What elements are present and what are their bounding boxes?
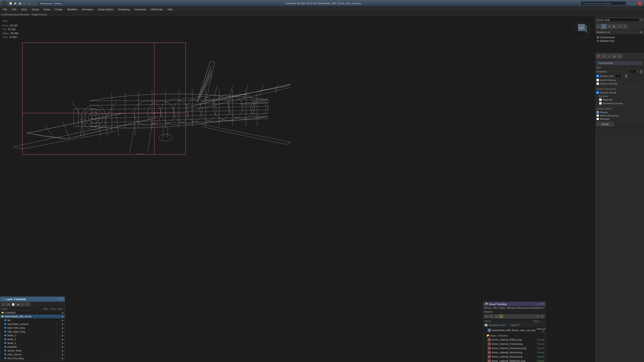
asset-menu-bitmap-performance-and-memory[interactable]: Bitmap Performance and Memory — [507, 306, 544, 309]
asset-options-label[interactable]: Options — [484, 310, 492, 313]
asset-tool-1[interactable]: ⊕ — [484, 314, 488, 318]
modifier-turbosmooth[interactable]: TurboSmooth — [596, 36, 643, 39]
layer-item[interactable]: 🔷 left_front_wing ··· ··· ··· ▶ — [0, 356, 64, 360]
iterations-up[interactable]: ▲ — [640, 70, 643, 72]
asset-menu-file[interactable]: File — [493, 306, 497, 309]
asset-minimize-button[interactable]: — — [536, 302, 538, 306]
configure-modifier-sets-button[interactable]: ⚙ — [618, 54, 622, 58]
render-setup-button[interactable]: 🎥 — [32, 1, 36, 5]
isoline-checkbox[interactable] — [596, 79, 599, 82]
menu-item-maxscript[interactable]: MAXScript — [149, 8, 165, 11]
undo-button[interactable]: ↩ — [22, 1, 26, 5]
asset-file-item[interactable]: 3D Switchblade_600_Drone_max_vray.max Ne… — [483, 327, 546, 334]
save-button[interactable]: 💾 — [18, 1, 22, 5]
iterations-down[interactable]: ▼ — [640, 72, 643, 73]
navigation-cube[interactable]: TOP — [572, 22, 590, 39]
pin-stack-button[interactable]: 📌 — [596, 54, 601, 58]
show-end-result-button[interactable]: 👁 — [601, 54, 606, 58]
asset-tool-4[interactable]: ⊟ — [499, 314, 503, 318]
new-button[interactable]: 📄 — [8, 1, 12, 5]
layer-item[interactable]: 🔷 blade_1 ··· ··· ··· ▶ — [0, 341, 64, 345]
always-radio[interactable] — [596, 111, 599, 114]
asset-file-item[interactable]: IMG drone_material_Normal.png Found — [483, 350, 546, 354]
layer-select-button[interactable]: ◆ — [16, 302, 20, 306]
create-panel-icon[interactable]: ⊕ — [596, 24, 601, 29]
asset-file-item[interactable]: IMG drone_material_Reflection.png Found — [483, 359, 546, 362]
hierarchy-panel-icon[interactable]: ⚙ — [607, 24, 612, 29]
layer-item[interactable]: 🔷 propeller ··· ··· ··· ▶ — [0, 345, 64, 349]
layer-help-button[interactable]: ? — [58, 298, 60, 301]
object-name-dropdown[interactable]: ▼ — [640, 19, 643, 21]
smoothing-groups-checkbox[interactable] — [599, 102, 602, 105]
open-button[interactable]: 📂 — [13, 1, 17, 5]
remove-modifier-button[interactable]: 🗑 — [612, 54, 617, 58]
viewport[interactable]: Total Polys: 23 130 Tris: 23 130 Edges: … — [0, 17, 595, 362]
iterations-input[interactable] — [630, 70, 639, 73]
render-iters-checkbox[interactable] — [596, 75, 599, 77]
menu-item-rendering[interactable]: Rendering — [116, 8, 132, 11]
layer-new-button[interactable]: 📄 — [11, 302, 16, 306]
layer-item[interactable]: 🔷 sensor_body ··· ··· ··· ▶ — [0, 349, 64, 352]
asset-maximize-button[interactable]: □ — [539, 302, 541, 306]
asset-file-item[interactable]: IMG drone_material_Fresnel.png Found — [483, 342, 546, 346]
layer-item[interactable]: 🔷 main_sensor ··· ··· ··· ▶ — [0, 352, 64, 356]
layer-item[interactable]: 🔷 tail ··· ··· ··· ▶ — [0, 318, 64, 322]
smooth-result-checkbox[interactable] — [596, 91, 599, 94]
menu-item-customize[interactable]: Customize — [132, 8, 148, 11]
layer-item[interactable]: 🔷 secondary_sensors ··· ··· ··· ▶ — [0, 322, 64, 326]
make-unique-button[interactable]: ◇ — [607, 54, 612, 58]
modifier-list-dropdown[interactable]: ▼ — [640, 31, 642, 34]
asset-help-button[interactable]: ? — [535, 314, 540, 318]
layer-close-button[interactable]: ✕ — [60, 298, 63, 301]
object-name-input[interactable] — [596, 18, 640, 22]
menu-item-file[interactable]: File — [1, 8, 10, 11]
close-button[interactable]: ✕ — [638, 1, 642, 5]
modify-panel-icon[interactable]: 🔧 — [601, 24, 606, 29]
asset-close-button[interactable]: ✕ — [542, 302, 544, 306]
workspace-dropdown[interactable]: Workspace: Default — [38, 1, 64, 5]
layer-move-button[interactable]: ↑ — [21, 302, 25, 306]
asset-tool-3[interactable]: ⊞ — [494, 314, 498, 318]
update-button[interactable]: Update — [596, 122, 614, 126]
motion-panel-icon[interactable]: ▶ — [612, 24, 617, 29]
render-iters-down[interactable]: ▼ — [625, 76, 628, 78]
layer-item[interactable]: 🔷 right_back_wing ··· ··· ··· ▶ — [0, 330, 64, 334]
menu-item-views[interactable]: Views — [41, 8, 52, 11]
maximize-button[interactable]: □ — [633, 1, 637, 5]
layer-expand-button[interactable]: ↓ — [26, 302, 30, 306]
turbosmooth-title[interactable]: TurboSmooth — [596, 61, 643, 65]
asset-group-item[interactable]: 🏢 Autodesk Vault Logged O... — [483, 323, 546, 327]
menu-item-graph-editors[interactable]: Graph Editors — [96, 8, 116, 11]
materials-checkbox[interactable] — [599, 98, 602, 101]
layer-item[interactable]: 📁 0 (default) ✓ ··· ··· ··· ▶ — [0, 311, 64, 314]
layer-add-button[interactable]: + — [1, 302, 6, 306]
menu-item-tools[interactable]: Tools — [19, 8, 29, 11]
when-rendering-radio[interactable] — [596, 114, 599, 117]
modifier-editable-poly[interactable]: Editable Poly — [596, 39, 643, 43]
asset-file-item[interactable]: IMG drone_material_Glossiness.png Found — [483, 346, 546, 350]
explicit-normals-checkbox[interactable] — [596, 82, 599, 85]
utilities-panel-icon[interactable]: 🔨 — [623, 24, 628, 29]
render-iters-input[interactable] — [615, 74, 624, 78]
layer-item[interactable]: 🔷 blade_2 ··· ··· ··· ▶ — [0, 338, 64, 341]
menu-item-animation[interactable]: Animation — [80, 8, 96, 11]
layer-item[interactable]: 🔷 right_front_wing ··· ··· ··· ▶ — [0, 326, 64, 330]
layer-delete-button[interactable]: ✕ — [6, 302, 10, 306]
menu-item-group[interactable]: Group — [30, 8, 41, 11]
asset-refresh-button[interactable]: ↻ — [540, 314, 544, 318]
display-panel-icon[interactable]: 👁 — [618, 24, 622, 29]
asset-subgroup-item[interactable]: 📁 Maps / Shaders — [483, 334, 546, 338]
layer-item[interactable]: 🔷 blade_3 ··· ··· ··· ▶ — [0, 334, 64, 338]
menu-item-edit[interactable]: Edit — [10, 8, 18, 11]
asset-file-item[interactable]: IMG drone_material_Diffuse.png Found — [483, 338, 546, 342]
minimize-button[interactable]: — — [628, 1, 632, 5]
redo-button[interactable]: ↪ — [27, 1, 31, 5]
asset-tool-2[interactable]: ☰ — [489, 314, 494, 318]
menu-item-help[interactable]: Help — [165, 8, 175, 11]
render-iters-up[interactable]: ▲ — [625, 74, 628, 76]
search-input[interactable] — [581, 1, 626, 5]
menu-item-create[interactable]: Create — [53, 8, 64, 11]
layer-item[interactable]: 📁 Switchblade_600_Drone ··· ··· ··· ▶ — [0, 314, 64, 318]
menu-item-modifiers[interactable]: Modifiers — [65, 8, 80, 11]
manually-radio[interactable] — [596, 118, 599, 120]
